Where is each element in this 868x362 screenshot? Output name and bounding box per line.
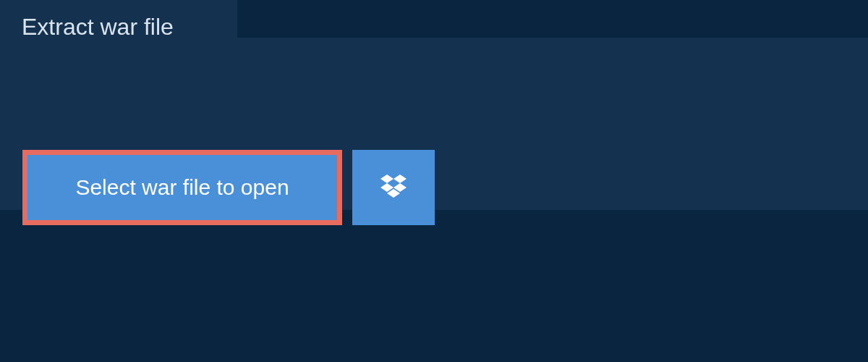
select-file-button[interactable]: Select war file to open: [22, 150, 342, 225]
button-row: Select war file to open: [22, 150, 435, 225]
select-file-button-label: Select war file to open: [75, 175, 289, 200]
main-panel: Select war file to open: [0, 38, 868, 210]
dropbox-icon: [380, 174, 407, 201]
dropbox-button[interactable]: [352, 150, 435, 225]
tab-label: Extract war file: [22, 14, 174, 41]
